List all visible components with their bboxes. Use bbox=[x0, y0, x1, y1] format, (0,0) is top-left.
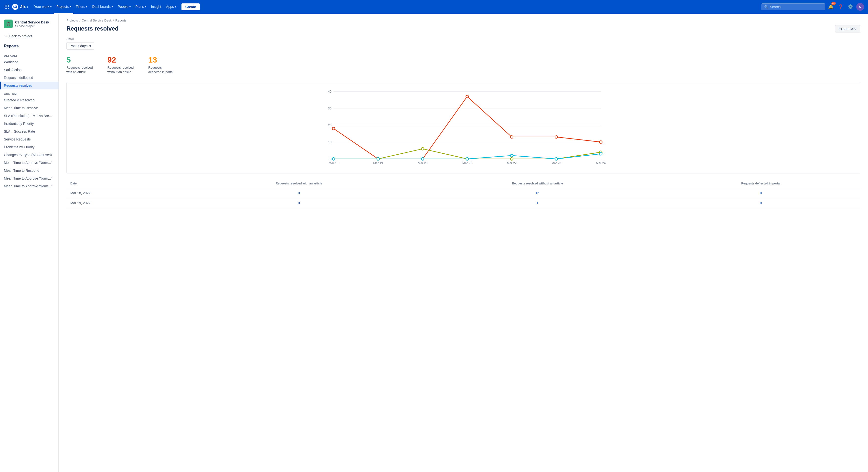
data-table: DateRequests resolved with an articleReq… bbox=[66, 179, 860, 208]
sidebar-item-created-resolved[interactable]: Created & Resolved bbox=[0, 96, 58, 104]
show-label: Show bbox=[66, 37, 860, 41]
back-to-project[interactable]: ← Back to project bbox=[0, 32, 58, 40]
svg-text:Mar 23: Mar 23 bbox=[552, 161, 561, 165]
svg-point-5 bbox=[8, 6, 9, 7]
sidebar-item-changes-by-type-all-statuses[interactable]: Changes by Type (All Statuses) bbox=[0, 151, 58, 159]
sidebar-item-incidents-by-priority[interactable]: Incidents by Priority bbox=[0, 120, 58, 127]
nav-items: Your work ▾Projects ▾Filters ▾Dashboards… bbox=[32, 0, 179, 14]
nav-item-projects[interactable]: Projects ▾ bbox=[54, 0, 73, 14]
sidebar-item-sla-resolution-met-vs-bre[interactable]: SLA (Resolution) - Met vs Bre... bbox=[0, 112, 58, 120]
stat-number: 92 bbox=[107, 55, 134, 64]
svg-point-32 bbox=[599, 141, 602, 144]
table-column-header: Requests resolved without an article bbox=[413, 179, 662, 188]
chart-container: 010203040Mar 18Mar 19Mar 20Mar 21Mar 22M… bbox=[66, 82, 860, 173]
project-name: Central Service Desk bbox=[15, 20, 49, 24]
svg-text:Mar 20: Mar 20 bbox=[418, 161, 428, 165]
svg-point-45 bbox=[555, 158, 558, 160]
nav-item-plans[interactable]: Plans ▾ bbox=[133, 0, 149, 14]
topnav-right: 🔍 Search 🔔 9+ ❓ ⚙️ U bbox=[762, 3, 864, 11]
nav-item-apps[interactable]: Apps ▾ bbox=[164, 0, 179, 14]
sidebar-item-mean-time-to-respond[interactable]: Mean Time to Respond bbox=[0, 167, 58, 174]
nav-item-people[interactable]: People ▾ bbox=[115, 0, 133, 14]
sidebar-item-mean-time-to-resolve[interactable]: Mean Time to Resolve bbox=[0, 104, 58, 112]
table-cell[interactable]: 0 bbox=[184, 198, 413, 208]
svg-text:30: 30 bbox=[328, 107, 332, 110]
notifications-button[interactable]: 🔔 9+ bbox=[827, 3, 835, 11]
svg-point-35 bbox=[421, 148, 424, 150]
table-cell[interactable]: 0 bbox=[662, 198, 860, 208]
jira-logo[interactable]: Jira bbox=[12, 3, 28, 10]
settings-button[interactable]: ⚙️ bbox=[846, 3, 854, 11]
svg-point-6 bbox=[5, 8, 6, 9]
svg-text:40: 40 bbox=[328, 90, 332, 93]
chart-area: 010203040Mar 18Mar 19Mar 20Mar 21Mar 22M… bbox=[70, 86, 856, 169]
svg-point-46 bbox=[599, 153, 602, 155]
sidebar-item-mean-time-to-approve-norm[interactable]: Mean Time to Approve 'Norm...' bbox=[0, 174, 58, 182]
nav-item-insight[interactable]: Insight bbox=[149, 0, 164, 14]
sidebar-item-requests-resolved[interactable]: Requests resolved bbox=[0, 82, 58, 89]
svg-point-3 bbox=[5, 6, 6, 7]
breadcrumb-projects[interactable]: Projects bbox=[66, 19, 78, 22]
search-box[interactable]: 🔍 Search bbox=[762, 3, 825, 10]
top-navigation: Jira Your work ▾Projects ▾Filters ▾Dashb… bbox=[0, 0, 868, 14]
user-avatar[interactable]: U bbox=[856, 3, 864, 11]
main-content: Projects / Central Service Desk / Report… bbox=[59, 14, 868, 472]
sidebar-item-service-requests[interactable]: Service Requests bbox=[0, 135, 58, 143]
table-column-header: Requests resolved with an article bbox=[184, 179, 413, 188]
svg-point-4 bbox=[6, 6, 7, 7]
svg-text:0: 0 bbox=[330, 157, 332, 161]
svg-point-1 bbox=[6, 5, 7, 6]
svg-text:Mar 18: Mar 18 bbox=[329, 161, 339, 165]
app-layout: 🎧 Central Service Desk Service project ←… bbox=[0, 14, 868, 472]
table-body: Mar 18, 20220160Mar 19, 2022010 bbox=[66, 188, 860, 208]
nav-item-dashboards[interactable]: Dashboards ▾ bbox=[90, 0, 115, 14]
breadcrumb-central-service-desk[interactable]: Central Service Desk bbox=[82, 19, 112, 22]
svg-point-40 bbox=[332, 158, 335, 160]
create-button[interactable]: Create bbox=[182, 3, 200, 10]
sidebar-item-problems-by-priority[interactable]: Problems by Priority bbox=[0, 143, 58, 151]
svg-point-30 bbox=[510, 136, 513, 139]
breadcrumb-reports: Reports bbox=[115, 19, 126, 22]
table-cell[interactable]: 0 bbox=[184, 188, 413, 198]
nav-item-filters[interactable]: Filters ▾ bbox=[73, 0, 90, 14]
svg-point-37 bbox=[510, 158, 513, 160]
project-type: Service project bbox=[15, 24, 49, 28]
chevron-down-icon: ▾ bbox=[89, 44, 91, 48]
table-row: Mar 19, 2022010 bbox=[66, 198, 860, 208]
table-column-header: Requests deflected in portal bbox=[662, 179, 860, 188]
svg-point-0 bbox=[5, 5, 6, 6]
period-dropdown[interactable]: Past 7 days ▾ bbox=[66, 42, 94, 50]
svg-point-43 bbox=[466, 158, 469, 160]
custom-section-title: CUSTOM bbox=[0, 89, 58, 96]
sidebar-item-workload[interactable]: Workload bbox=[0, 58, 58, 66]
back-label: Back to project bbox=[9, 34, 32, 38]
sidebar-item-satisfaction[interactable]: Satisfaction bbox=[0, 66, 58, 74]
nav-item-your-work[interactable]: Your work ▾ bbox=[32, 0, 54, 14]
sidebar-item-mean-time-to-approve-norm[interactable]: Mean Time to Approve 'Norm...' bbox=[0, 159, 58, 167]
default-section-title: DEFAULT bbox=[0, 51, 58, 58]
svg-text:Mar 19: Mar 19 bbox=[373, 161, 383, 165]
notifications-badge: 9+ bbox=[831, 2, 836, 5]
default-sidebar-items: WorkloadSatisfactionRequests deflectedRe… bbox=[0, 58, 58, 89]
svg-point-8 bbox=[8, 8, 9, 9]
table-row: Mar 18, 20220160 bbox=[66, 188, 860, 198]
table-cell[interactable]: 1 bbox=[413, 198, 662, 208]
table-cell: Mar 18, 2022 bbox=[66, 188, 184, 198]
stat-number: 5 bbox=[66, 55, 93, 64]
custom-sidebar-items: Created & ResolvedMean Time to ResolveSL… bbox=[0, 96, 58, 190]
svg-point-42 bbox=[421, 158, 424, 160]
table-cell[interactable]: 0 bbox=[662, 188, 860, 198]
help-button[interactable]: ❓ bbox=[837, 3, 844, 11]
stat-item: 92Requests resolved without an article bbox=[107, 55, 134, 74]
table-cell[interactable]: 16 bbox=[413, 188, 662, 198]
sidebar-item-mean-time-to-approve-norm[interactable]: Mean Time to Approve 'Norm...' bbox=[0, 182, 58, 190]
apps-grid-icon[interactable] bbox=[4, 4, 10, 10]
svg-point-31 bbox=[555, 136, 558, 139]
sidebar-item-sla-success-rate[interactable]: SLA – Success Rate bbox=[0, 127, 58, 135]
export-csv-button[interactable]: Export CSV bbox=[835, 25, 860, 32]
sidebar-item-requests-deflected[interactable]: Requests deflected bbox=[0, 74, 58, 82]
svg-text:10: 10 bbox=[328, 140, 332, 144]
page-header: Requests resolved Export CSV bbox=[66, 25, 860, 32]
svg-text:Mar 24: Mar 24 bbox=[596, 161, 606, 165]
svg-text:20: 20 bbox=[328, 123, 332, 127]
